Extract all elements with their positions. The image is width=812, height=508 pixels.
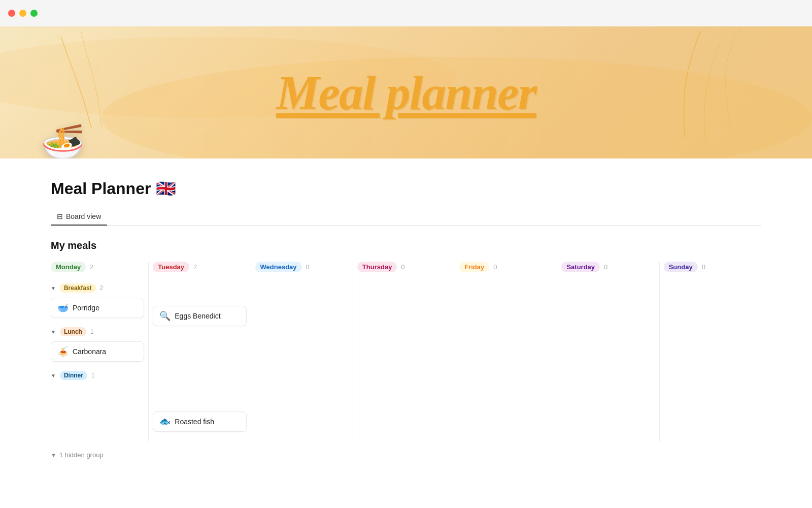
section-title: My meals bbox=[51, 240, 761, 251]
meal-name: Roasted fish bbox=[175, 418, 214, 426]
col-count-thursday: 0 bbox=[401, 263, 404, 271]
chevron-icon: ▼ bbox=[51, 285, 56, 291]
meal-icon: 🥣 bbox=[57, 303, 69, 312]
tabs-bar: ⊟ Board view bbox=[51, 208, 761, 226]
board: Monday2▼Breakfast2🥣Porridge▼Lunch1🍝Carbo… bbox=[51, 262, 761, 441]
group-badge-lunch: Lunch bbox=[60, 327, 86, 336]
group-header-dinner[interactable]: ▼Dinner1 bbox=[51, 371, 144, 380]
meal-card[interactable]: 🐟Roasted fish bbox=[153, 411, 246, 432]
meal-name: Eggs Benedict bbox=[175, 312, 220, 320]
column-header-friday: Friday0 bbox=[459, 262, 553, 276]
page-title-text: Meal Planner bbox=[51, 179, 151, 198]
day-badge-wednesday[interactable]: Wednesday bbox=[255, 262, 302, 272]
meal-card[interactable]: 🔍Eggs Benedict bbox=[153, 306, 246, 326]
group-badge-breakfast: Breakfast bbox=[60, 283, 96, 293]
day-badge-tuesday[interactable]: Tuesday bbox=[153, 262, 189, 272]
column-header-saturday: Saturday0 bbox=[561, 262, 655, 276]
group-count-breakfast: 2 bbox=[100, 284, 104, 292]
group-header-lunch[interactable]: ▼Lunch1 bbox=[51, 327, 144, 336]
column-header-sunday: Sunday0 bbox=[664, 262, 757, 276]
column-header-thursday: Thursday0 bbox=[357, 262, 451, 276]
board-view-icon: ⊟ bbox=[57, 212, 63, 220]
flag-icon: 🇬🇧 bbox=[156, 179, 176, 198]
col-count-wednesday: 0 bbox=[306, 263, 310, 271]
group-section-tuesday-dinner: 🐟Roasted fish bbox=[153, 389, 246, 432]
hidden-group-label: 1 hidden group bbox=[59, 451, 104, 459]
column-thursday: Thursday0 bbox=[353, 262, 455, 441]
group-count-lunch: 1 bbox=[90, 328, 94, 335]
titlebar bbox=[0, 0, 812, 26]
col-count-friday: 0 bbox=[493, 263, 497, 271]
column-tuesday: Tuesday2🔍Eggs Benedict🐟Roasted fish bbox=[149, 262, 251, 441]
group-section-monday-lunch: ▼Lunch1🍝Carbonara bbox=[51, 327, 144, 362]
close-button[interactable] bbox=[8, 10, 15, 17]
day-badge-thursday[interactable]: Thursday bbox=[357, 262, 397, 272]
column-saturday: Saturday0 bbox=[557, 262, 659, 441]
column-header-monday: Monday2 bbox=[51, 262, 144, 276]
page-title: Meal Planner 🇬🇧 bbox=[51, 179, 761, 198]
day-badge-saturday[interactable]: Saturday bbox=[561, 262, 600, 272]
search-icon: 🔍 bbox=[159, 311, 171, 321]
meal-name: Porridge bbox=[73, 304, 99, 312]
column-friday: Friday0 bbox=[455, 262, 557, 441]
tab-board-view-label: Board view bbox=[66, 212, 101, 220]
chevron-down-icon: ▼ bbox=[51, 452, 56, 458]
group-badge-dinner: Dinner bbox=[60, 371, 87, 380]
group-section-tuesday-lunch bbox=[153, 335, 246, 380]
minimize-button[interactable] bbox=[19, 10, 26, 17]
bowl-decoration: 🍜 bbox=[41, 122, 85, 158]
group-header-breakfast[interactable]: ▼Breakfast2 bbox=[51, 283, 144, 293]
column-sunday: Sunday0 bbox=[660, 262, 761, 441]
meal-card[interactable]: 🥣Porridge bbox=[51, 298, 144, 318]
banner-title: Meal planner bbox=[276, 65, 536, 121]
col-count-sunday: 0 bbox=[702, 263, 705, 271]
group-count-dinner: 1 bbox=[91, 372, 95, 379]
group-section-monday-dinner: ▼Dinner1 bbox=[51, 371, 144, 380]
page-content: Meal Planner 🇬🇧 ⊟ Board view My meals Mo… bbox=[0, 158, 812, 489]
column-wednesday: Wednesday0 bbox=[251, 262, 353, 441]
fish-icon: 🐟 bbox=[159, 417, 171, 426]
day-badge-monday[interactable]: Monday bbox=[51, 262, 86, 272]
chevron-icon: ▼ bbox=[51, 373, 56, 378]
tab-board-view[interactable]: ⊟ Board view bbox=[51, 208, 107, 226]
group-section-tuesday-breakfast: 🔍Eggs Benedict bbox=[153, 283, 246, 326]
meal-card[interactable]: 🍝Carbonara bbox=[51, 341, 144, 362]
day-badge-sunday[interactable]: Sunday bbox=[664, 262, 698, 272]
day-badge-friday[interactable]: Friday bbox=[459, 262, 489, 272]
column-header-wednesday: Wednesday0 bbox=[255, 262, 349, 276]
chevron-icon: ▼ bbox=[51, 329, 56, 335]
col-count-saturday: 0 bbox=[604, 263, 607, 271]
col-count-monday: 2 bbox=[90, 263, 93, 271]
hidden-group-toggle[interactable]: ▼ 1 hidden group bbox=[51, 451, 761, 459]
group-section-monday-breakfast: ▼Breakfast2🥣Porridge bbox=[51, 283, 144, 318]
meal-name: Carbonara bbox=[73, 347, 106, 356]
column-monday: Monday2▼Breakfast2🥣Porridge▼Lunch1🍝Carbo… bbox=[51, 262, 149, 441]
banner: Meal planner 🍜 bbox=[0, 26, 812, 158]
meal-icon: 🍝 bbox=[57, 347, 69, 356]
column-header-tuesday: Tuesday2 bbox=[153, 262, 246, 276]
col-count-tuesday: 2 bbox=[193, 263, 197, 271]
fullscreen-button[interactable] bbox=[30, 10, 38, 17]
